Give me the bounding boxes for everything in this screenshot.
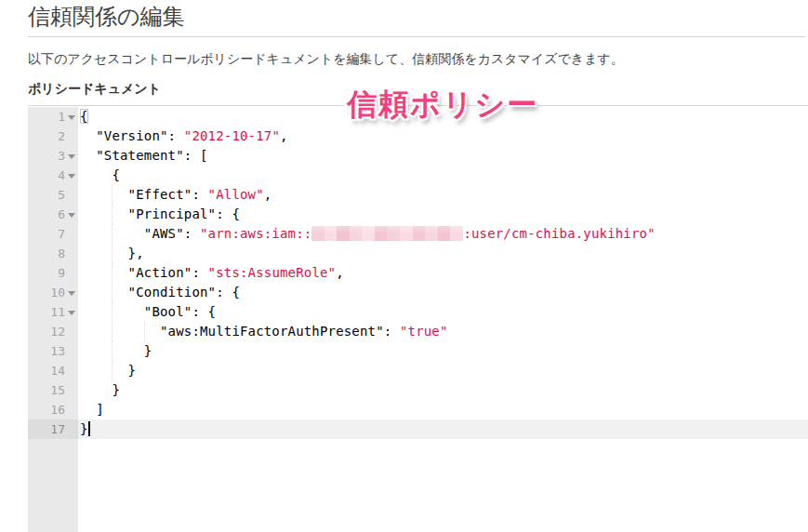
line-number: 13 [50, 344, 65, 358]
line-number: 14 [50, 364, 65, 378]
indent-guide [112, 224, 113, 244]
json-token: } [80, 382, 120, 397]
code-line-9[interactable]: "Action": "sts:AssumeRole", [78, 263, 808, 283]
json-token: { [80, 167, 120, 182]
line-number: 11 [50, 305, 65, 319]
indent-guide [112, 205, 113, 224]
json-token: "AWS": [80, 226, 200, 241]
fold-arrow-icon[interactable] [68, 311, 75, 315]
gutter-line-11: 11 [28, 302, 78, 322]
gutter-line-12: 12 [28, 322, 78, 341]
json-token: "Action": [80, 265, 208, 280]
gutter-line-7: 7 [28, 224, 78, 244]
json-token: "Bool": { [80, 304, 216, 319]
line-number: 7 [58, 227, 65, 241]
code-line-11[interactable]: "Bool": { [78, 302, 808, 322]
fold-arrow-icon[interactable] [68, 213, 75, 218]
indent-guide [112, 185, 113, 205]
code-line-6[interactable]: "Principal": { [78, 205, 808, 224]
line-number: 5 [58, 188, 65, 202]
line-number: 2 [58, 129, 65, 143]
redacted-account-id [311, 226, 463, 241]
editor-code-area[interactable]: { "Version": "2012-10-17", "Statement": … [78, 107, 808, 532]
code-line-8[interactable]: }, [78, 244, 808, 263]
gutter-line-14: 14 [28, 361, 78, 380]
gutter-line-2: 2 [28, 126, 78, 146]
code-line-14[interactable]: } [78, 361, 808, 380]
policy-document-editor[interactable]: 1234567891011121314151617 { "Version": "… [28, 105, 808, 532]
code-line-12[interactable]: "aws:MultiFactorAuthPresent": "true" [78, 322, 808, 341]
line-number: 1 [58, 110, 65, 124]
indent-guide [112, 322, 113, 341]
json-string-token: "2012-10-17" [184, 128, 280, 143]
gutter-line-4: 4 [28, 166, 78, 185]
code-line-7[interactable]: "AWS": "arn:aws:iam:::user/cm-chiba.yuki… [78, 224, 808, 244]
fold-arrow-icon[interactable] [68, 154, 75, 159]
title-divider [28, 36, 805, 37]
json-string-token: "true" [400, 324, 448, 339]
json-token: } [80, 421, 88, 436]
trust-policy-annotation: 信頼ポリシー [347, 87, 538, 121]
code-line-17[interactable]: } [78, 419, 808, 439]
line-number: 17 [50, 422, 65, 436]
editor-gutter: 1234567891011121314151617 [28, 107, 78, 532]
json-token: } [80, 343, 152, 358]
code-line-15[interactable]: } [78, 380, 808, 400]
gutter-line-5: 5 [28, 185, 78, 205]
json-token: "Effect": [80, 187, 208, 202]
json-token: , [336, 265, 344, 280]
edit-trust-relationship-page: 信頼関係の編集 以下のアクセスコントロールポリシードキュメントを編集して、信頼関… [0, 0, 808, 532]
json-token: "Statement": [ [80, 148, 208, 163]
json-string-token: "sts:AssumeRole" [208, 265, 337, 280]
line-number: 3 [58, 149, 65, 163]
json-token: { [80, 109, 88, 124]
json-token: "Condition": { [80, 285, 240, 299]
line-number: 16 [50, 403, 65, 417]
line-number: 8 [58, 246, 65, 260]
json-token: , [280, 128, 288, 143]
code-line-16[interactable]: ] [78, 400, 808, 419]
json-token: "Principal": { [80, 206, 240, 221]
code-line-5[interactable]: "Effect": "Allow", [78, 185, 808, 205]
line-number: 6 [58, 207, 65, 221]
indent-guide [144, 322, 145, 341]
page-description: 以下のアクセスコントロールポリシードキュメントを編集して、信頼関係をカスタマイズ… [28, 50, 624, 67]
line-number: 15 [50, 383, 65, 397]
gutter-line-10: 10 [28, 283, 78, 302]
fold-arrow-icon[interactable] [68, 115, 75, 120]
code-line-10[interactable]: "Condition": { [78, 283, 808, 302]
gutter-line-13: 13 [28, 341, 78, 361]
json-token: "Version": [80, 128, 184, 143]
indent-guide [112, 283, 113, 302]
gutter-line-8: 8 [28, 244, 78, 263]
indent-guide [112, 302, 113, 322]
fold-arrow-icon[interactable] [68, 174, 75, 179]
gutter-line-1: 1 [28, 107, 78, 126]
line-number: 12 [50, 325, 65, 339]
json-string-token: :user/cm-chiba.yukihiro" [463, 226, 655, 241]
policy-document-label: ポリシードキュメント [28, 81, 161, 98]
line-number: 4 [58, 168, 65, 182]
indent-guide [112, 263, 113, 283]
gutter-line-17: 17 [28, 419, 78, 439]
json-token: } [80, 363, 136, 378]
gutter-line-3: 3 [28, 146, 78, 166]
fold-arrow-icon[interactable] [68, 291, 75, 296]
indent-guide [112, 244, 113, 263]
indent-guide [112, 361, 113, 380]
line-number: 10 [50, 286, 65, 299]
json-token: ] [80, 402, 104, 417]
gutter-line-9: 9 [28, 263, 78, 283]
line-number: 9 [58, 266, 65, 280]
code-line-3[interactable]: "Statement": [ [78, 146, 808, 166]
gutter-line-16: 16 [28, 400, 78, 419]
code-line-13[interactable]: } [78, 341, 808, 361]
page-title: 信頼関係の編集 [28, 2, 185, 32]
json-token: , [264, 187, 272, 202]
gutter-line-6: 6 [28, 205, 78, 224]
code-line-2[interactable]: "Version": "2012-10-17", [78, 126, 808, 146]
json-token: "aws:MultiFactorAuthPresent": [80, 324, 400, 339]
gutter-line-15: 15 [28, 380, 78, 400]
text-cursor [88, 421, 90, 436]
code-line-4[interactable]: { [78, 166, 808, 185]
